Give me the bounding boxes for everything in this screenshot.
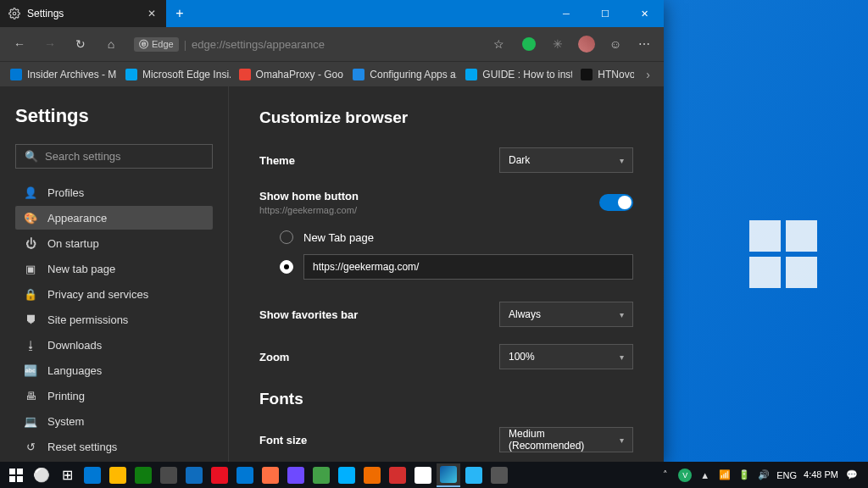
content-area: Settings 🔍 Search settings 👤Profiles 🎨Ap…: [0, 86, 664, 462]
new-tab-button[interactable]: +: [166, 0, 193, 27]
radio-custom-url[interactable]: [280, 249, 633, 285]
address-bar[interactable]: ⓔEdge | edge://settings/appearance: [127, 32, 482, 56]
bookmark-item[interactable]: OmahaProxy - Goo...: [234, 69, 345, 80]
nav-newtab[interactable]: ▣New tab page: [15, 257, 213, 280]
forward-button[interactable]: →: [36, 30, 64, 58]
nav-profiles[interactable]: 👤Profiles: [15, 180, 213, 204]
extension-icon-1[interactable]: [515, 30, 543, 58]
taskbar-app[interactable]: [335, 463, 359, 487]
radio-icon: [280, 230, 293, 244]
minimize-button[interactable]: ─: [547, 0, 586, 27]
favorites-bar-select[interactable]: Always▾: [499, 302, 633, 327]
radio-newtab[interactable]: New Tab page: [280, 225, 633, 249]
tray-clock[interactable]: 4:48 PM: [804, 469, 838, 480]
taskbar: ⚪ ⊞ ˄ V ▲ 📶 🔋 🔊 ENG 4:48 PM 💬: [0, 462, 868, 488]
taskbar-app[interactable]: [360, 463, 384, 487]
tray-notifications-icon[interactable]: 💬: [845, 469, 858, 481]
svg-rect-1: [9, 469, 15, 474]
nav-startup[interactable]: ⏻On startup: [15, 231, 213, 255]
zoom-label: Zoom: [259, 351, 289, 363]
close-window-button[interactable]: ✕: [625, 0, 664, 27]
tray-user-badge[interactable]: V: [678, 469, 692, 482]
nav-system[interactable]: 💻System: [15, 409, 213, 433]
tray-volume-icon[interactable]: 🔊: [757, 469, 770, 481]
nav-appearance[interactable]: 🎨Appearance: [15, 206, 213, 230]
favorites-bar-row: Show favorites bar Always▾: [259, 302, 633, 327]
permissions-icon: ⛊: [24, 313, 37, 326]
chevron-down-icon: ▾: [620, 435, 624, 445]
font-size-label: Font size: [259, 434, 307, 446]
feedback-icon[interactable]: ☺: [601, 30, 630, 58]
newtab-icon: ▣: [24, 262, 37, 275]
chevron-down-icon: ▾: [620, 156, 624, 165]
sidebar-title: Settings: [15, 105, 213, 127]
back-button[interactable]: ←: [5, 30, 34, 58]
nav-downloads[interactable]: ⭳Downloads: [15, 333, 213, 357]
taskbar-app[interactable]: [411, 463, 435, 487]
tray-language[interactable]: ENG: [776, 470, 797, 480]
taskbar-app[interactable]: [157, 463, 181, 487]
taskbar-app[interactable]: [81, 463, 104, 487]
home-button-toggle[interactable]: [599, 194, 633, 211]
taskbar-app[interactable]: [233, 463, 257, 487]
home-url-input[interactable]: [303, 254, 633, 280]
zoom-select[interactable]: 100%▾: [499, 344, 633, 369]
search-icon: 🔍: [25, 150, 38, 163]
tray-chevron-icon[interactable]: ˄: [659, 469, 671, 481]
gear-icon: [8, 8, 20, 19]
settings-main: Customize browser Theme Dark▾ Show home …: [229, 86, 664, 462]
search-button[interactable]: ⚪: [30, 463, 53, 487]
theme-label: Theme: [259, 154, 295, 167]
nav-languages[interactable]: 🔤Languages: [15, 358, 213, 382]
refresh-button[interactable]: ↻: [66, 30, 95, 58]
bookmarks-overflow-button[interactable]: ›: [637, 68, 659, 81]
home-button-radio-group: New Tab page: [259, 225, 633, 285]
favorite-star-icon[interactable]: ☆: [484, 30, 513, 58]
taskbar-app[interactable]: [462, 463, 486, 487]
bookmark-item[interactable]: Microsoft Edge Insi...: [120, 69, 231, 80]
tab-close-button[interactable]: ✕: [144, 6, 159, 21]
svg-point-0: [13, 12, 16, 15]
tray-battery-icon[interactable]: 🔋: [737, 469, 750, 481]
reset-icon: ↺: [24, 440, 37, 453]
more-menu-button[interactable]: ⋯: [630, 30, 659, 58]
tab-settings[interactable]: Settings ✕: [0, 0, 166, 27]
taskbar-app[interactable]: [386, 463, 409, 487]
taskbar-app[interactable]: [309, 463, 333, 487]
maximize-button[interactable]: ☐: [586, 0, 625, 27]
bookmark-item[interactable]: Insider Archives - M...: [5, 69, 117, 80]
taskbar-app[interactable]: [259, 463, 282, 487]
taskbar-app[interactable]: [106, 463, 130, 487]
nav-privacy[interactable]: 🔒Privacy and services: [15, 282, 213, 306]
start-button[interactable]: [4, 463, 28, 487]
taskbar-app[interactable]: [284, 463, 308, 487]
nav-reset[interactable]: ↺Reset settings: [15, 435, 213, 458]
taskbar-app[interactable]: [487, 463, 511, 487]
home-button-row: Show home button https://geekermag.com/: [259, 190, 633, 215]
navigation-bar: ← → ↻ ⌂ ⓔEdge | edge://settings/appearan…: [0, 27, 664, 61]
taskbar-app-edge[interactable]: [437, 463, 460, 487]
nav-permissions[interactable]: ⛊Site permissions: [15, 308, 213, 331]
bookmark-item[interactable]: Configuring Apps a...: [348, 69, 457, 80]
task-view-button[interactable]: ⊞: [55, 463, 79, 487]
taskbar-app[interactable]: [208, 463, 231, 487]
tray-network-icon[interactable]: ▲: [698, 469, 711, 481]
bookmark-item[interactable]: HTNovo: [576, 69, 634, 80]
browser-window: Settings ✕ + ─ ☐ ✕ ← → ↻ ⌂ ⓔEdge | edge:…: [0, 0, 664, 462]
favorites-bar-label: Show favorites bar: [259, 308, 358, 321]
search-settings-input[interactable]: 🔍 Search settings: [15, 144, 213, 169]
taskbar-app[interactable]: [182, 463, 206, 487]
profile-avatar[interactable]: [572, 30, 601, 58]
nav-printing[interactable]: 🖶Printing: [15, 384, 213, 408]
svg-rect-4: [17, 476, 23, 482]
taskbar-app[interactable]: [131, 463, 155, 487]
theme-select[interactable]: Dark▾: [499, 147, 633, 173]
home-button-sub: https://geekermag.com/: [259, 205, 359, 215]
tray-wifi-icon[interactable]: 📶: [718, 469, 731, 481]
extension-icon-2[interactable]: ✳: [543, 30, 572, 58]
font-size-row: Font size Medium (Recommended)▾: [259, 427, 633, 452]
font-size-select[interactable]: Medium (Recommended)▾: [499, 427, 633, 452]
bookmark-item[interactable]: GUIDE : How to inst...: [460, 69, 572, 80]
edge-badge: ⓔEdge: [134, 37, 179, 52]
home-button[interactable]: ⌂: [97, 30, 125, 58]
